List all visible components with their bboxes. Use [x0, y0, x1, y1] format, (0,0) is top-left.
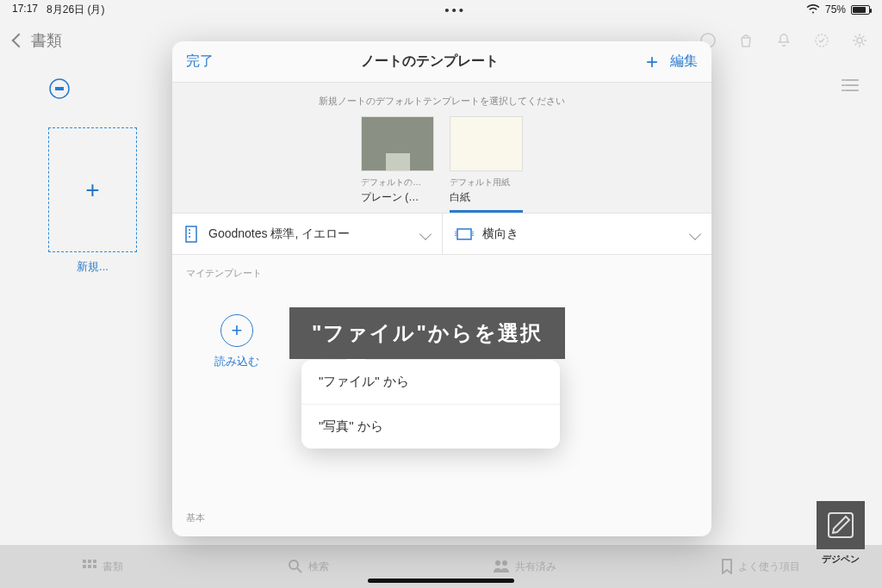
add-button[interactable]: +	[646, 50, 658, 74]
cover-thumb	[361, 116, 434, 171]
back-chevron-icon[interactable]	[12, 34, 27, 48]
tab-favorites[interactable]: よく使う項目	[721, 559, 800, 574]
svg-point-2	[857, 38, 862, 43]
list-view-icon[interactable]	[841, 77, 860, 93]
bag-icon[interactable]	[737, 32, 755, 49]
selector-value: Goodnotes 標準, イエロー	[208, 226, 350, 242]
template-caption: デフォルトの…	[361, 176, 434, 189]
home-indicator	[368, 579, 514, 583]
svg-rect-4	[55, 87, 64, 90]
watermark-icon	[817, 501, 865, 549]
home-indicator-dots: •••	[444, 3, 466, 17]
status-time: 17:17	[12, 3, 38, 17]
wifi-icon	[806, 4, 820, 15]
paper-style-selector[interactable]: Goodnotes 標準, イエロー	[172, 214, 442, 254]
back-label[interactable]: 書類	[31, 30, 62, 51]
done-button[interactable]: 完了	[186, 53, 214, 71]
search-icon	[288, 559, 303, 574]
svg-rect-5	[83, 560, 86, 563]
battery-pct: 75%	[825, 3, 846, 15]
bell-icon[interactable]	[775, 32, 792, 49]
people-icon	[493, 559, 510, 574]
import-label: 読み込む	[207, 354, 267, 369]
selector-value: 横向き	[482, 226, 519, 242]
section-basic: 基本	[186, 511, 205, 524]
chevron-down-icon	[689, 227, 701, 239]
tab-shared[interactable]: 共有済み	[493, 559, 556, 574]
tab-label: 検索	[308, 560, 329, 574]
svg-rect-8	[83, 565, 86, 568]
section-my-templates: マイテンプレート	[172, 255, 711, 280]
svg-point-11	[289, 560, 298, 569]
template-name: 白紙	[450, 190, 523, 205]
svg-rect-14	[186, 226, 196, 242]
import-button[interactable]: + 読み込む	[207, 314, 267, 369]
paper-thumb	[450, 116, 523, 171]
svg-rect-6	[88, 560, 91, 563]
template-paper[interactable]: デフォルト用紙 白紙	[450, 116, 523, 213]
svg-rect-10	[93, 565, 96, 568]
dashed-circle-icon[interactable]	[813, 32, 830, 49]
status-date: 8月26日 (月)	[47, 3, 104, 17]
svg-rect-9	[88, 565, 91, 568]
popover-item-photos[interactable]: "写真" から	[301, 404, 560, 449]
shelf-select-icon[interactable]	[48, 77, 71, 100]
chevron-down-icon	[419, 227, 431, 239]
plus-icon: +	[85, 176, 99, 204]
svg-rect-15	[457, 229, 471, 239]
paper-icon	[184, 226, 200, 243]
orientation-icon	[455, 226, 474, 242]
gear-icon[interactable]	[851, 32, 868, 49]
sheet-title: ノートのテンプレート	[214, 53, 646, 71]
template-sheet: 完了 ノートのテンプレート + 編集 新規ノートのデフォルトテンプレートを選択し…	[172, 41, 711, 536]
popover-item-files[interactable]: "ファイル" から	[301, 360, 560, 404]
tab-label: 共有済み	[515, 560, 556, 574]
svg-point-13	[502, 560, 507, 566]
default-template-area: 新規ノートのデフォルトテンプレートを選択してください デフォルトの… プレーン …	[172, 83, 711, 214]
tab-documents[interactable]: 書類	[82, 559, 123, 574]
template-caption: デフォルト用紙	[450, 176, 523, 189]
svg-rect-7	[93, 560, 96, 563]
circle-plus-icon: +	[220, 314, 253, 347]
watermark-label: デジペン	[813, 553, 868, 566]
tab-label: 書類	[102, 560, 123, 574]
new-note-card[interactable]: + 新規...	[48, 127, 137, 275]
template-cover[interactable]: デフォルトの… プレーン (…	[361, 116, 434, 213]
hint-text: 新規ノートのデフォルトテンプレートを選択してください	[172, 95, 711, 108]
template-name: プレーン (…	[361, 190, 434, 205]
tab-search[interactable]: 検索	[288, 559, 329, 574]
grid-icon	[82, 559, 97, 574]
tab-label: よく使う項目	[738, 560, 800, 574]
status-bar: 17:17 8月26日 (月) ••• 75%	[0, 0, 882, 19]
svg-point-12	[495, 560, 500, 566]
edit-button[interactable]: 編集	[670, 53, 698, 71]
bookmark-icon	[721, 559, 733, 574]
import-popover: "ファイル" から "写真" から	[301, 360, 560, 449]
new-note-label: 新規...	[48, 259, 137, 275]
battery-icon	[851, 5, 870, 15]
annotation-callout: "ファイル"からを選択	[289, 307, 565, 359]
orientation-selector[interactable]: 横向き	[442, 214, 712, 254]
watermark: デジペン	[813, 501, 868, 566]
